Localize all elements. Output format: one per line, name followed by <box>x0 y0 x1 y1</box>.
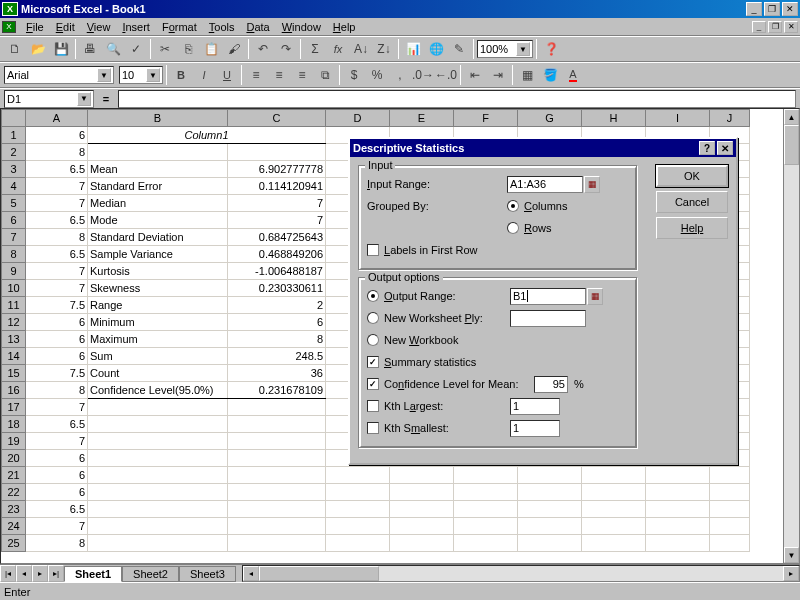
kth-smallest-field[interactable]: 1 <box>510 420 560 437</box>
cell[interactable]: 0.230330611 <box>228 280 326 297</box>
cell[interactable] <box>518 484 582 501</box>
cell[interactable] <box>646 484 710 501</box>
row-header[interactable]: 14 <box>2 348 26 365</box>
currency-icon[interactable]: $ <box>343 65 365 86</box>
scroll-thumb[interactable] <box>784 125 799 165</box>
cell[interactable] <box>454 518 518 535</box>
cell[interactable] <box>228 484 326 501</box>
cell[interactable]: Standard Deviation <box>88 229 228 246</box>
cell[interactable]: Mean <box>88 161 228 178</box>
doc-icon[interactable]: X <box>2 21 16 33</box>
tab-nav-next[interactable]: ▸ <box>32 565 48 582</box>
cell[interactable] <box>390 484 454 501</box>
new-workbook-radio[interactable] <box>367 334 379 346</box>
cell[interactable] <box>228 433 326 450</box>
select-all-cell[interactable] <box>2 110 26 127</box>
cell[interactable]: 6.5 <box>26 501 88 518</box>
output-range-field[interactable]: B1 <box>510 288 586 305</box>
cell[interactable] <box>326 484 390 501</box>
kth-smallest-check[interactable] <box>367 422 379 434</box>
cell[interactable] <box>228 399 326 416</box>
maximize-button[interactable]: ❐ <box>764 2 780 16</box>
cell[interactable] <box>88 416 228 433</box>
cell[interactable] <box>390 501 454 518</box>
cell[interactable]: Sum <box>88 348 228 365</box>
row-header[interactable]: 3 <box>2 161 26 178</box>
print-icon[interactable]: 🖶 <box>79 39 101 60</box>
cell[interactable] <box>518 501 582 518</box>
cell[interactable]: 6 <box>26 127 88 144</box>
cell[interactable] <box>326 501 390 518</box>
cell[interactable]: 7 <box>26 518 88 535</box>
new-worksheet-field[interactable] <box>510 310 586 327</box>
row-header[interactable]: 2 <box>2 144 26 161</box>
cell[interactable]: Count <box>88 365 228 382</box>
cell[interactable] <box>228 467 326 484</box>
cell[interactable] <box>646 501 710 518</box>
dialog-help-button[interactable]: ? <box>699 141 715 155</box>
cell[interactable] <box>710 484 750 501</box>
kth-largest-check[interactable] <box>367 400 379 412</box>
menu-format[interactable]: Format <box>156 20 203 34</box>
new-icon[interactable]: 🗋 <box>4 39 26 60</box>
cell[interactable] <box>582 518 646 535</box>
merge-center-icon[interactable]: ⧉ <box>314 65 336 86</box>
row-header[interactable]: 16 <box>2 382 26 399</box>
cell[interactable]: Maximum <box>88 331 228 348</box>
menu-data[interactable]: Data <box>240 20 275 34</box>
row-header[interactable]: 9 <box>2 263 26 280</box>
increase-indent-icon[interactable]: ⇥ <box>487 65 509 86</box>
row-header[interactable]: 1 <box>2 127 26 144</box>
cell[interactable] <box>454 484 518 501</box>
column-header[interactable]: G <box>518 110 582 127</box>
scroll-up-button[interactable]: ▲ <box>784 109 799 125</box>
cell[interactable] <box>582 535 646 552</box>
cell[interactable]: 6 <box>26 467 88 484</box>
paste-icon[interactable]: 📋 <box>200 39 222 60</box>
kth-largest-field[interactable]: 1 <box>510 398 560 415</box>
new-worksheet-radio[interactable] <box>367 312 379 324</box>
cell[interactable]: 7.5 <box>26 297 88 314</box>
cell[interactable]: Mode <box>88 212 228 229</box>
cell[interactable]: Median <box>88 195 228 212</box>
column-header[interactable]: F <box>454 110 518 127</box>
cell[interactable] <box>582 484 646 501</box>
align-right-icon[interactable]: ≡ <box>291 65 313 86</box>
hscroll-thumb[interactable] <box>259 566 379 581</box>
cell[interactable]: 8 <box>26 535 88 552</box>
underline-icon[interactable]: U <box>216 65 238 86</box>
help-icon[interactable]: ❓ <box>540 39 562 60</box>
cell[interactable] <box>582 501 646 518</box>
formula-bar[interactable] <box>118 90 796 108</box>
cell[interactable]: 6.5 <box>26 416 88 433</box>
row-header[interactable]: 19 <box>2 433 26 450</box>
cut-icon[interactable]: ✂ <box>154 39 176 60</box>
chart-wizard-icon[interactable]: 📊 <box>402 39 424 60</box>
row-header[interactable]: 7 <box>2 229 26 246</box>
sheet-tab-2[interactable]: Sheet2 <box>122 566 179 582</box>
column-header[interactable]: D <box>326 110 390 127</box>
grouped-columns-radio[interactable] <box>507 200 519 212</box>
close-button[interactable]: ✕ <box>782 2 798 16</box>
menu-insert[interactable]: Insert <box>116 20 156 34</box>
borders-icon[interactable]: ▦ <box>516 65 538 86</box>
cell[interactable]: 0.684725643 <box>228 229 326 246</box>
sort-asc-icon[interactable]: A↓ <box>350 39 372 60</box>
undo-icon[interactable]: ↶ <box>252 39 274 60</box>
sort-desc-icon[interactable]: Z↓ <box>373 39 395 60</box>
align-center-icon[interactable]: ≡ <box>268 65 290 86</box>
align-left-icon[interactable]: ≡ <box>245 65 267 86</box>
summary-stats-check[interactable] <box>367 356 379 368</box>
tab-nav-first[interactable]: |◂ <box>0 565 16 582</box>
cell[interactable]: 6 <box>228 314 326 331</box>
cell[interactable] <box>390 518 454 535</box>
cell[interactable]: 6.5 <box>26 212 88 229</box>
font-size-combo[interactable]: 10 ▼ <box>119 66 163 84</box>
cell[interactable] <box>88 399 228 416</box>
cell[interactable] <box>88 450 228 467</box>
cell[interactable]: 6.5 <box>26 246 88 263</box>
cell[interactable] <box>518 535 582 552</box>
cell[interactable] <box>454 535 518 552</box>
column-header[interactable]: B <box>88 110 228 127</box>
row-header[interactable]: 23 <box>2 501 26 518</box>
